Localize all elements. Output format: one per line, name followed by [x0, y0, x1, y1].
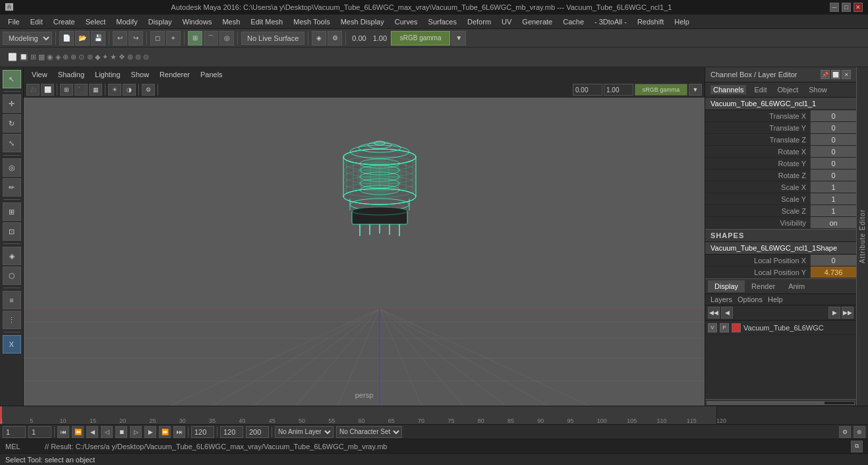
select-button[interactable]: ◻	[150, 31, 165, 46]
attribute-editor-tab[interactable]: Attribute Editor	[856, 67, 868, 406]
scale-tool-button[interactable]: ⤡	[3, 134, 21, 152]
vp-menu-panels[interactable]: Panels	[195, 69, 228, 80]
menu-item-redshift[interactable]: Redshift	[632, 16, 669, 27]
xgen-button[interactable]: X	[3, 335, 21, 354]
vp-menu-renderer[interactable]: Renderer	[154, 69, 195, 80]
menu-item-surfaces[interactable]: Surfaces	[423, 16, 462, 27]
menu-item-create[interactable]: Create	[48, 16, 80, 27]
texture-button[interactable]: ▦	[89, 84, 102, 96]
maximize-button[interactable]: □	[842, 3, 851, 12]
wireframe-button[interactable]: ⊞	[60, 84, 73, 96]
snap-curve-button[interactable]: ⌒	[204, 31, 218, 46]
channel-value-cell[interactable]: 4.736	[810, 266, 856, 278]
undo-button[interactable]: ↩	[113, 31, 127, 46]
select-tool-button[interactable]: ↖	[3, 70, 21, 88]
node-editor-button[interactable]: ⋮	[3, 311, 21, 329]
vp-menu-view[interactable]: View	[26, 69, 53, 80]
render-settings-button[interactable]: ⚙	[328, 31, 342, 46]
scrollbar-thumb[interactable]	[707, 402, 825, 404]
anim-end-input[interactable]	[191, 426, 214, 438]
outliner-button[interactable]: ≡	[3, 291, 21, 309]
move-tool-button[interactable]: ✛	[3, 94, 21, 113]
channel-value-cell[interactable]: on	[810, 217, 856, 228]
panel-float-button[interactable]: ⬜	[831, 70, 840, 79]
snap-point-button[interactable]: ◎	[219, 31, 234, 46]
frame-start-input[interactable]	[3, 426, 26, 438]
redo-button[interactable]: ↪	[129, 31, 143, 46]
menu-item-mesh-display[interactable]: Mesh Display	[335, 16, 390, 27]
channel-value-cell[interactable]: 0	[810, 146, 856, 157]
vp-menu-lighting[interactable]: Lighting	[90, 69, 126, 80]
layer-next-button[interactable]: ▶	[828, 307, 840, 319]
stop-button[interactable]: ⏹	[115, 426, 127, 438]
vp-menu-show[interactable]: Show	[126, 69, 155, 80]
menu-item-edit[interactable]: Edit	[25, 16, 48, 27]
menu-item-uv[interactable]: UV	[496, 16, 517, 27]
go-start-button[interactable]: ⏮	[57, 426, 69, 438]
show-grid-button[interactable]: ⊞	[3, 202, 21, 221]
menu-layers[interactable]: Layers	[710, 295, 732, 303]
channel-value-cell[interactable]: 1	[810, 193, 856, 204]
new-file-button[interactable]: 📄	[59, 31, 74, 46]
layer-scrollbar[interactable]	[705, 399, 856, 406]
lasso-button[interactable]: ⌖	[166, 31, 181, 46]
shadow-button[interactable]: ◑	[123, 84, 136, 96]
no-char-set-select[interactable]: No Character Set	[336, 426, 402, 438]
light-button[interactable]: ☀	[108, 84, 121, 96]
channel-value-cell[interactable]: 1	[810, 181, 856, 193]
panel-close-button[interactable]: ✕	[842, 70, 851, 79]
layer-prev2-button[interactable]: ◀	[721, 307, 733, 319]
menu-item-display[interactable]: Display	[143, 16, 177, 27]
viewport-3d[interactable]: X Y Z persp	[24, 98, 705, 406]
menu-help[interactable]: Help	[768, 295, 783, 303]
vp-menu-shading[interactable]: Shading	[53, 69, 90, 80]
play-back-button[interactable]: ◁	[101, 426, 113, 438]
channel-value-cell[interactable]: 0	[810, 110, 856, 121]
channel-value-cell[interactable]: 0	[810, 134, 856, 145]
smooth-button[interactable]: ⬛	[74, 84, 88, 96]
anim-max-input[interactable]	[246, 426, 269, 438]
tab-edit[interactable]: Edit	[751, 85, 769, 94]
open-file-button[interactable]: 📂	[75, 31, 90, 46]
menu-item---3dtoall--[interactable]: - 3DtoAll -	[589, 16, 632, 27]
color-space-toggle[interactable]: sRGB gamma	[635, 84, 687, 96]
no-anim-layer-select[interactable]: No Anim Layer	[275, 426, 333, 438]
tab-display[interactable]: Display	[708, 280, 745, 292]
menu-item-help[interactable]: Help	[669, 16, 695, 27]
channel-value-cell[interactable]: 0	[810, 170, 856, 181]
menu-item-select[interactable]: Select	[80, 16, 111, 27]
camera-button[interactable]: 🎥	[26, 84, 40, 96]
close-button[interactable]: ✕	[854, 3, 863, 12]
film-gate-button[interactable]: ⬜	[41, 84, 54, 96]
menu-item-mesh[interactable]: Mesh	[217, 16, 245, 27]
menu-item-curves[interactable]: Curves	[390, 16, 423, 27]
channel-value-cell[interactable]: 1	[810, 205, 856, 216]
play-forward-button[interactable]: ▷	[130, 426, 142, 438]
next-frame-button[interactable]: ⏩	[159, 426, 171, 438]
channel-value-cell[interactable]: 0	[810, 122, 856, 133]
save-file-button[interactable]: 💾	[91, 31, 105, 46]
mode-select[interactable]: Modeling	[3, 32, 52, 45]
menu-item-deform[interactable]: Deform	[462, 16, 496, 27]
colorspace-dropdown[interactable]: ▼	[451, 31, 466, 46]
go-end-button[interactable]: ⏭	[173, 426, 185, 438]
minimize-button[interactable]: ─	[830, 3, 839, 12]
panel-pin-button[interactable]: 📌	[821, 70, 830, 79]
tab-render[interactable]: Render	[745, 280, 782, 292]
render-button[interactable]: ◈	[312, 31, 326, 46]
next-key-button[interactable]: ▶	[144, 426, 156, 438]
menu-item-generate[interactable]: Generate	[517, 16, 558, 27]
channel-value-cell[interactable]: 0	[810, 255, 856, 266]
menu-options[interactable]: Options	[738, 295, 763, 303]
layer-color-swatch[interactable]	[732, 323, 741, 332]
menu-item-cache[interactable]: Cache	[558, 16, 589, 27]
layer-playback-toggle[interactable]: P	[720, 323, 729, 332]
tab-show[interactable]: Show	[806, 85, 830, 94]
anim-settings-button[interactable]: ⊛	[854, 426, 865, 438]
layer-vis-toggle[interactable]: V	[708, 323, 717, 332]
menu-item-windows[interactable]: Windows	[177, 16, 217, 27]
menu-item-edit-mesh[interactable]: Edit Mesh	[245, 16, 288, 27]
menu-item-modify[interactable]: Modify	[111, 16, 142, 27]
frame-current-input[interactable]	[28, 426, 51, 438]
tab-object[interactable]: Object	[774, 85, 801, 94]
